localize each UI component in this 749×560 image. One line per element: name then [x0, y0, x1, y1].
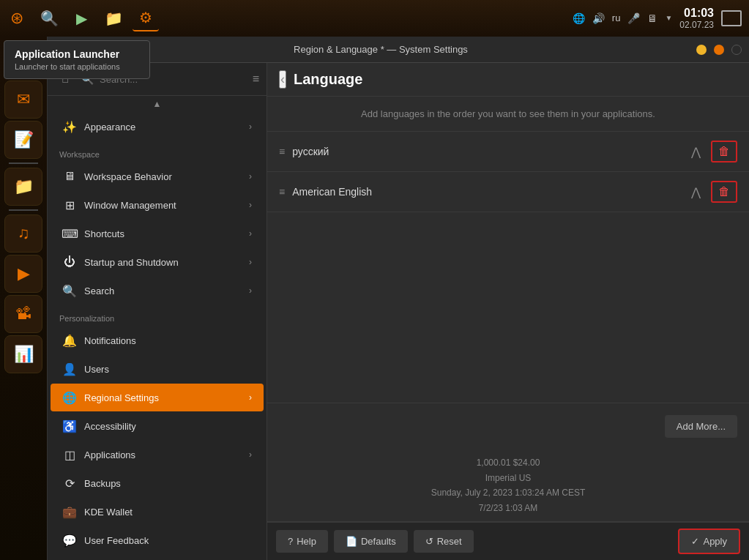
kde-wallet-icon: 💼	[62, 504, 77, 519]
window-management-arrow-icon: ›	[249, 200, 252, 210]
lang-delete-russian-button[interactable]: 🗑	[711, 141, 737, 163]
notifications-label: Notifications	[84, 335, 252, 346]
sidebar-item-user-feedback[interactable]: 💬 User Feedback	[51, 526, 264, 554]
lang-name-american-english: American English	[292, 186, 679, 198]
mail-icon: ✉	[6, 82, 41, 117]
back-button[interactable]: ‹	[279, 70, 286, 89]
defaults-label: Defaults	[361, 536, 396, 547]
lang-up-russian-button[interactable]: ⋀	[687, 143, 705, 160]
sidebar-item-regional-settings[interactable]: 🌐 Regional Settings ›	[51, 384, 264, 411]
regional-settings-label: Regional Settings	[84, 392, 242, 403]
sidebar-item-appearance[interactable]: ✨ Appearance ›	[51, 113, 264, 141]
sidebar-item-backups[interactable]: ⟳ Backups	[51, 469, 264, 497]
bar-chart-icon: 📊	[6, 337, 41, 372]
language-item-american-english: ≡ American English ⋀ 🗑	[267, 172, 749, 212]
app-launcher-tooltip: Application Launcher Launcher to start a…	[4, 40, 150, 79]
dock-item-bar-chart[interactable]: 📊	[4, 335, 42, 373]
settings-taskbar-icon[interactable]: ⚙	[133, 5, 159, 31]
window-title: Region & Language * — System Settings	[72, 44, 689, 55]
sidebar-item-workspace-behavior[interactable]: 🖥 Workspace Behavior ›	[51, 163, 264, 190]
lang-up-english-button[interactable]: ⋀	[687, 184, 705, 201]
accessibility-label: Accessibility	[84, 421, 252, 432]
network-section-label: Network	[48, 555, 267, 560]
add-more-section: Add More...	[267, 403, 749, 449]
dock-separator-1	[9, 163, 38, 164]
dock-item-mail[interactable]: ✉	[4, 81, 42, 119]
workspace-section-label: Workspace	[48, 141, 267, 162]
help-button[interactable]: ? Help	[276, 530, 328, 553]
personalization-section-label: Personalization	[48, 305, 267, 326]
display-arrow-icon: ▼	[665, 14, 672, 22]
dock-separator-2	[9, 209, 38, 211]
screen-button[interactable]	[721, 10, 742, 26]
appearance-label: Appearance	[84, 122, 242, 132]
appearance-icon: ✨	[62, 119, 77, 134]
scroll-up-btn[interactable]: ▲	[48, 96, 267, 112]
kde-wallet-label: KDE Wallet	[84, 507, 252, 518]
applications-label: Applications	[84, 449, 242, 460]
clock-date: 02.07.23	[679, 20, 714, 30]
content-header: ‹ Language	[267, 63, 749, 97]
help-label: Help	[297, 536, 316, 547]
main-content: ‹ Language Add languages in the order yo…	[267, 63, 749, 560]
workspace-behavior-label: Workspace Behavior	[84, 171, 242, 182]
sidebar-item-search[interactable]: 🔍 Search ›	[51, 277, 264, 305]
win-btn-minimize[interactable]	[696, 45, 707, 55]
startup-shutdown-icon: ⏻	[62, 255, 77, 269]
accessibility-icon: ♿	[62, 419, 77, 433]
window-management-label: Window Management	[84, 200, 242, 211]
files-icon: 📁	[6, 169, 41, 204]
add-more-button[interactable]: Add More...	[665, 415, 737, 438]
lang-drag-english-icon[interactable]: ≡	[279, 186, 285, 198]
taskbar: ⊛ 🔍 ▶ 📁 ⚙ 🌐 🔊 ru 🎤 🖥 ▼ 01:03 02.07.23	[0, 0, 749, 37]
sidebar-item-notifications[interactable]: 🔔 Notifications	[51, 326, 264, 354]
sidebar-item-startup-shutdown[interactable]: ⏻ Startup and Shutdown ›	[51, 248, 264, 276]
apply-label: Apply	[703, 536, 727, 547]
notifications-icon: 🔔	[62, 333, 77, 348]
reset-icon: ↺	[425, 536, 433, 547]
sidebar-menu-icon[interactable]: ≡	[253, 72, 259, 86]
user-feedback-icon: 💬	[62, 533, 77, 548]
settings-body: ⌂ 🔍 ≡ ▲ ✨ Appearance › Workspace 🖥 Works…	[48, 63, 749, 560]
sidebar-item-applications[interactable]: ◫ Applications ›	[51, 441, 264, 468]
users-label: Users	[84, 364, 252, 375]
terminal2-icon: ▶	[6, 256, 41, 291]
win-btn-maximize[interactable]	[714, 45, 724, 55]
notes-icon: 📝	[6, 122, 41, 157]
sidebar-item-window-management[interactable]: ⊞ Window Management ›	[51, 191, 264, 219]
search-taskbar-icon[interactable]: 🔍	[36, 5, 62, 31]
window-management-icon: ⊞	[62, 198, 77, 212]
terminal-taskbar-icon[interactable]: ▶	[68, 5, 94, 31]
search-label: Search	[84, 285, 242, 296]
dock-item-music[interactable]: ♫	[4, 214, 42, 253]
sidebar-item-accessibility[interactable]: ♿ Accessibility	[51, 412, 264, 440]
sidebar-item-users[interactable]: 👤 Users	[51, 355, 264, 383]
shortcuts-label: Shortcuts	[84, 228, 242, 239]
sidebar-item-shortcuts[interactable]: ⌨ Shortcuts ›	[51, 220, 264, 247]
regional-settings-icon: 🌐	[62, 390, 77, 405]
bottom-bar: ? Help 📄 Defaults ↺ Reset ✓ Apply	[267, 522, 749, 560]
folder-taskbar-icon[interactable]: 📁	[100, 5, 127, 31]
dw-logo-icon[interactable]: ⊛	[4, 5, 30, 31]
dock-item-terminal2[interactable]: ▶	[4, 255, 42, 293]
apply-button[interactable]: ✓ Apply	[678, 529, 740, 554]
lang-name-russian: русский	[292, 146, 679, 157]
lang-drag-russian-icon[interactable]: ≡	[279, 146, 285, 157]
content-spacer	[267, 212, 749, 359]
reset-button[interactable]: ↺ Reset	[414, 530, 474, 553]
dock-item-notes[interactable]: 📝	[4, 121, 42, 159]
help-icon: ?	[288, 536, 293, 547]
display-tray-icon: 🖥	[647, 12, 657, 24]
sidebar-item-kde-wallet[interactable]: 💼 KDE Wallet	[51, 498, 264, 526]
defaults-button[interactable]: 📄 Defaults	[334, 530, 408, 553]
locale-numbers: 1,000.01 $24.00	[279, 455, 737, 470]
dock-item-files[interactable]: 📁	[4, 168, 42, 206]
dock-item-video[interactable]: 📽	[4, 295, 42, 333]
locale-short-datetime: 7/2/23 1:03 AM	[279, 501, 737, 515]
search-arrow-icon: ›	[249, 285, 252, 296]
content-hint: Add languages in the order you want to s…	[267, 97, 749, 132]
win-btn-extra[interactable]	[731, 45, 742, 55]
taskbar-left: ⊛ 🔍 ▶ 📁 ⚙	[0, 5, 159, 31]
lang-delete-english-button[interactable]: 🗑	[711, 181, 737, 203]
tooltip-title: Application Launcher	[15, 48, 139, 60]
